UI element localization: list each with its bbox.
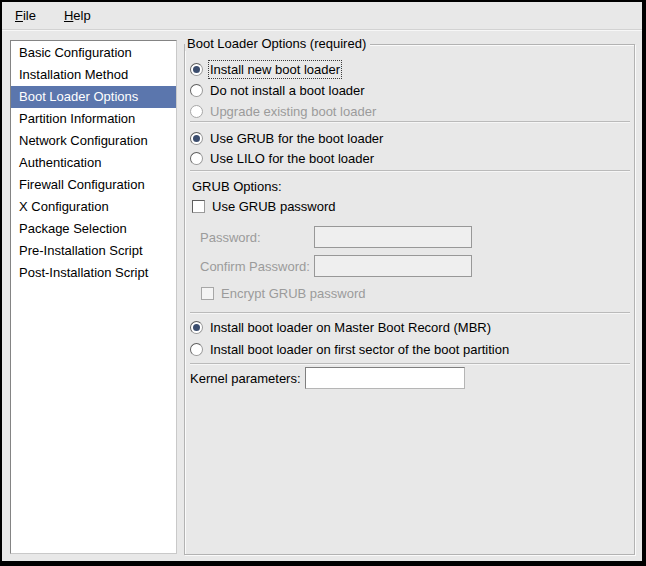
checkbox-disabled-icon: [201, 287, 214, 300]
radio-upgrade-existing-boot-loader: Upgrade existing boot loader: [190, 103, 376, 120]
separator: [190, 121, 630, 123]
checkbox-label: Encrypt GRUB password: [221, 286, 366, 301]
radio-unselected-icon: [190, 152, 203, 165]
checkbox-label: Use GRUB password: [212, 199, 336, 214]
radio-unselected-icon: [190, 343, 203, 356]
kernel-parameters-input[interactable]: [305, 367, 465, 389]
menu-help[interactable]: Help: [57, 5, 98, 26]
sidebar-item-x-configuration[interactable]: X Configuration: [11, 196, 176, 218]
grub-options-label: GRUB Options:: [192, 178, 282, 195]
radio-label: Install boot loader on first sector of t…: [210, 342, 509, 357]
section-list: Basic Configuration Installation Method …: [10, 40, 177, 554]
radio-label: Upgrade existing boot loader: [210, 104, 376, 119]
radio-use-grub[interactable]: Use GRUB for the boot loader: [190, 130, 383, 147]
sidebar-item-post-installation-script[interactable]: Post-Installation Script: [11, 262, 176, 284]
radio-install-on-mbr[interactable]: Install boot loader on Master Boot Recor…: [190, 319, 491, 336]
checkbox-unchecked-icon: [192, 200, 205, 213]
kickstart-configurator-window: File Help Basic Configuration Installati…: [0, 0, 646, 566]
radio-label: Use GRUB for the boot loader: [210, 131, 383, 146]
radio-disabled-icon: [190, 105, 203, 118]
separator: [190, 363, 630, 365]
radio-selected-icon: [190, 132, 203, 145]
boot-loader-options-group: Boot Loader Options (required) Install n…: [184, 44, 635, 555]
confirm-password-label: Confirm Password:: [200, 258, 310, 275]
sidebar-item-installation-method[interactable]: Installation Method: [11, 64, 176, 86]
radio-label: Install boot loader on Master Boot Recor…: [210, 320, 491, 335]
group-title: Boot Loader Options (required): [185, 36, 370, 51]
sidebar-item-package-selection[interactable]: Package Selection: [11, 218, 176, 240]
menubar: File Help: [2, 2, 642, 30]
checkbox-encrypt-grub-password: Encrypt GRUB password: [201, 285, 366, 302]
menu-file[interactable]: File: [8, 5, 43, 26]
kernel-parameters-label: Kernel parameters:: [190, 370, 301, 387]
radio-selected-icon: [190, 63, 203, 76]
radio-label: Do not install a boot loader: [210, 83, 365, 98]
separator: [190, 170, 630, 172]
sidebar-item-pre-installation-script[interactable]: Pre-Installation Script: [11, 240, 176, 262]
radio-label: Use LILO for the boot loader: [210, 151, 374, 166]
confirm-password-input: [314, 255, 472, 277]
password-label: Password:: [200, 229, 261, 246]
sidebar-item-basic-configuration[interactable]: Basic Configuration: [11, 42, 176, 64]
radio-install-new-boot-loader[interactable]: Install new boot loader: [190, 61, 340, 78]
checkbox-use-grub-password[interactable]: Use GRUB password: [192, 198, 336, 215]
sidebar-item-boot-loader-options[interactable]: Boot Loader Options: [11, 86, 176, 108]
sidebar-item-partition-information[interactable]: Partition Information: [11, 108, 176, 130]
radio-unselected-icon: [190, 84, 203, 97]
radio-selected-icon: [190, 321, 203, 334]
sidebar-item-authentication[interactable]: Authentication: [11, 152, 176, 174]
sidebar-item-network-configuration[interactable]: Network Configuration: [11, 130, 176, 152]
radio-do-not-install-boot-loader[interactable]: Do not install a boot loader: [190, 82, 365, 99]
radio-install-on-first-sector[interactable]: Install boot loader on first sector of t…: [190, 341, 509, 358]
password-input: [314, 226, 472, 248]
radio-use-lilo[interactable]: Use LILO for the boot loader: [190, 150, 374, 167]
radio-label: Install new boot loader: [210, 62, 340, 77]
sidebar-item-firewall-configuration[interactable]: Firewall Configuration: [11, 174, 176, 196]
separator: [190, 312, 630, 314]
